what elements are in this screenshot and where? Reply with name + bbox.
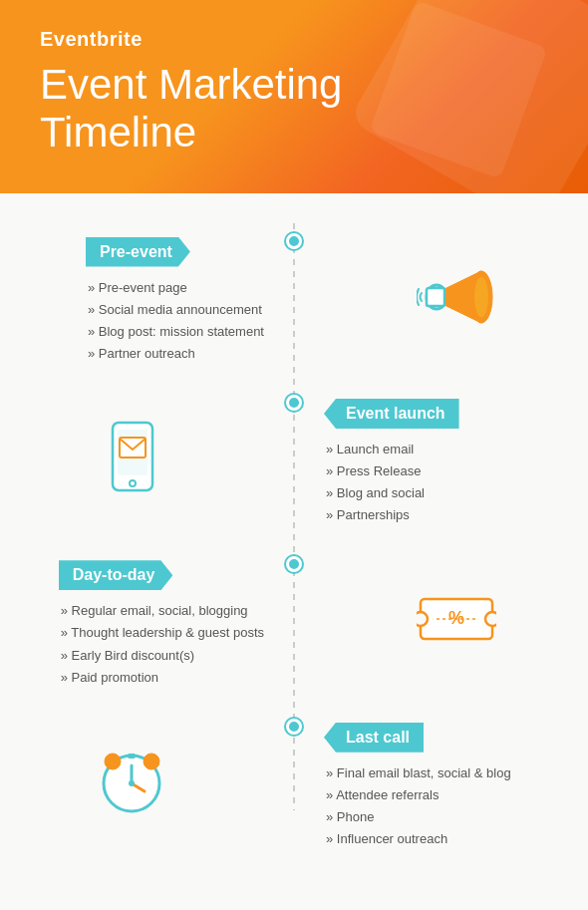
list-item: Regular email, social, blogging: [59, 600, 264, 622]
day-of-event-section: Day of event!: [0, 890, 588, 910]
ticket-icon: %: [412, 574, 501, 664]
list-item: Early Bird discount(s): [59, 645, 264, 667]
section-pre-event: Pre-event Pre-event page Social media an…: [0, 223, 588, 375]
last-call-items: Final email blast, social & blog Attende…: [324, 762, 511, 850]
list-item: Press Release: [324, 460, 425, 482]
pre-event-block: Pre-event Pre-event page Social media an…: [86, 237, 264, 365]
list-item: Partner outreach: [86, 343, 264, 365]
timeline-dot-2: [286, 395, 302, 411]
day-to-day-label: Day-to-day: [59, 560, 173, 590]
timeline-dot-1: [286, 233, 302, 249]
day-to-day-items: Regular email, social, blogging Thought …: [59, 600, 264, 688]
list-item: Blog post: mission statement: [86, 321, 264, 343]
svg-rect-17: [109, 761, 117, 767]
svg-text:%: %: [447, 608, 463, 628]
last-call-label: Last call: [324, 723, 424, 753]
list-item: Final email blast, social & blog: [324, 762, 511, 784]
list-item: Paid promotion: [59, 667, 264, 689]
list-item: Blog and social: [324, 482, 425, 504]
timeline-content: Pre-event Pre-event page Social media an…: [0, 193, 588, 891]
day-to-day-block: Day-to-day Regular email, social, bloggi…: [59, 560, 264, 688]
timeline-dot-4: [286, 719, 302, 735]
event-launch-label: Event launch: [324, 399, 459, 429]
pre-event-label: Pre-event: [86, 237, 190, 267]
section-day-to-day: Day-to-day Regular email, social, bloggi…: [0, 546, 588, 698]
svg-point-11: [417, 612, 428, 626]
last-call-block: Last call Final email blast, social & bl…: [324, 723, 511, 850]
page-title: Event MarketingTimeline: [40, 61, 548, 157]
event-launch-block: Event launch Launch email Press Release …: [324, 399, 459, 526]
brand-name: Eventbrite: [40, 28, 548, 51]
list-item: Pre-event page: [86, 277, 264, 299]
svg-rect-23: [128, 754, 136, 758]
svg-rect-5: [427, 288, 444, 306]
pre-event-items: Pre-event page Social media announcement…: [86, 277, 264, 365]
list-item: Launch email: [324, 439, 425, 460]
list-item: Partnerships: [324, 504, 425, 526]
section-event-launch: Event launch Launch email Press Release …: [0, 385, 588, 536]
list-item: Phone: [324, 806, 511, 828]
list-item: Influencer outreach: [324, 828, 511, 850]
header: Eventbrite Event MarketingTimeline: [0, 0, 588, 193]
megaphone-icon: [412, 251, 501, 341]
svg-point-4: [474, 277, 488, 317]
event-launch-items: Launch email Press Release Blog and soci…: [324, 439, 425, 526]
section-last-call: Last call Final email blast, social & bl…: [0, 709, 588, 860]
clock-icon: [88, 737, 177, 826]
svg-point-12: [485, 612, 496, 626]
list-item: Thought leadership & guest posts: [59, 622, 264, 644]
list-item: Attendee referrals: [324, 784, 511, 806]
list-item: Social media announcement: [86, 299, 264, 321]
timeline-dot-3: [286, 556, 302, 572]
svg-rect-19: [147, 761, 155, 767]
email-icon: [88, 413, 177, 502]
svg-point-22: [129, 780, 135, 786]
